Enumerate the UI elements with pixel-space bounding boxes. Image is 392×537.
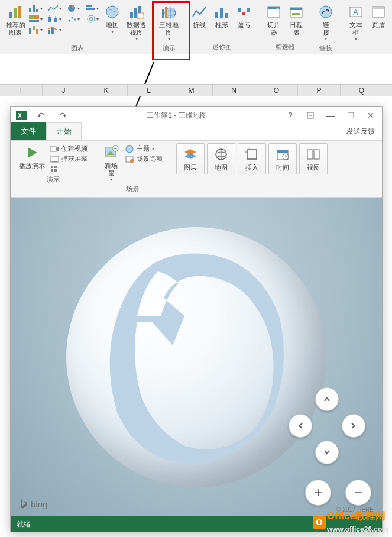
pivot-chart-icon <box>128 4 145 20</box>
pan-down-button[interactable] <box>315 441 339 464</box>
ribbon-collapse-button[interactable] <box>302 108 319 122</box>
waterfall-chart-button[interactable]: ▾ <box>27 25 44 34</box>
redo-button[interactable]: ↷ <box>54 108 72 122</box>
layers-button[interactable]: 图层 <box>176 143 205 174</box>
map-chart-button[interactable]: 地图 ▾ <box>102 2 123 35</box>
svg-rect-46 <box>292 13 300 15</box>
send-feedback-link[interactable]: 发送反馈 <box>339 123 382 140</box>
view-button[interactable]: 视图 <box>299 143 328 174</box>
line-chart-button[interactable]: ▾ <box>46 4 63 13</box>
header-footer-button[interactable]: 页眉 <box>367 2 389 30</box>
separator <box>170 145 170 183</box>
close-button[interactable]: ✕ <box>362 108 380 122</box>
capture-icon <box>50 155 59 163</box>
map-group-buttons: 图层 地图 插入 时间 视图 <box>171 143 332 195</box>
column-header[interactable]: O <box>255 85 298 96</box>
group-demos-label: 演示 <box>157 43 181 55</box>
timeline-button[interactable]: 日程表 <box>285 2 307 37</box>
zoom-out-button[interactable]: − <box>345 480 371 506</box>
map-group-demo: 播放演示 创建视频 捕获屏幕 演示 <box>13 143 93 195</box>
sparkline-line-button[interactable]: 折线 <box>188 2 210 30</box>
column-header[interactable]: Q <box>341 85 383 96</box>
map-viewport[interactable]: 太平洋 + − bing © 2017 HERE <box>11 198 382 516</box>
pivot-chart-button[interactable]: 数据透视图 ▾ <box>123 2 150 43</box>
svg-rect-63 <box>54 169 57 172</box>
create-video-button[interactable]: 创建视频 <box>50 144 88 153</box>
svg-rect-62 <box>51 169 53 172</box>
svg-point-21 <box>74 19 76 21</box>
insert-label: 插入 <box>245 164 258 172</box>
three-d-map-button[interactable]: 三维地 图 ▾ <box>157 2 181 43</box>
pan-right-button[interactable] <box>342 414 365 438</box>
view-icon <box>305 146 322 163</box>
pan-up-button[interactable] <box>315 387 339 411</box>
insert-button[interactable]: 插入 <box>238 143 266 174</box>
surface-chart-button[interactable]: ▾ <box>84 14 101 24</box>
combo-chart-button[interactable]: ▾ <box>46 25 63 34</box>
svg-rect-35 <box>165 7 167 18</box>
svg-rect-45 <box>290 8 302 10</box>
column-header[interactable]: J <box>43 85 85 96</box>
svg-rect-61 <box>54 166 57 168</box>
hierarchy-chart-button[interactable]: ▾ <box>27 14 44 24</box>
time-button[interactable]: 时间 <box>268 143 297 174</box>
pan-left-button[interactable] <box>289 414 312 438</box>
map-ribbon: 播放演示 创建视频 捕获屏幕 演示 + 新场 景 ▾ 主题 ▾ <box>11 140 382 198</box>
bar-chart-button[interactable]: ▾ <box>84 4 101 13</box>
timeline-icon <box>287 4 305 20</box>
column-header[interactable]: P <box>298 85 341 96</box>
column-chart-button[interactable]: ▾ <box>27 4 44 13</box>
column-header[interactable]: M <box>170 85 213 96</box>
svg-rect-16 <box>48 30 50 34</box>
group-charts-label: 图表 <box>5 43 150 55</box>
sparkline-winloss-button[interactable]: 盈亏 <box>233 2 255 30</box>
three-d-map-icon <box>160 4 178 20</box>
svg-rect-10 <box>33 26 35 30</box>
tab-file[interactable]: 文件 <box>11 122 46 140</box>
bing-icon <box>19 499 28 509</box>
slicer-icon <box>265 4 283 20</box>
svg-rect-8 <box>29 20 39 22</box>
map-view-button[interactable]: 地图 <box>207 143 235 174</box>
recommended-charts-button[interactable]: 推荐的 图表 <box>5 2 26 37</box>
tab-home[interactable]: 开始 <box>46 122 82 140</box>
svg-rect-22 <box>86 5 92 7</box>
bing-label: bing <box>31 499 47 509</box>
chevron-down-icon: ▾ <box>135 36 138 41</box>
new-scene-icon: + <box>102 144 120 161</box>
capture-screen-button[interactable]: 捕获屏幕 <box>50 154 88 163</box>
svg-rect-28 <box>134 8 137 18</box>
statistical-chart-button[interactable]: ▾ <box>46 14 63 24</box>
textbox-button[interactable]: A文本框▾ <box>344 2 367 43</box>
new-scene-button[interactable]: + 新场 景 ▾ <box>100 143 122 183</box>
maximize-button[interactable]: ☐ <box>342 108 359 122</box>
column-header[interactable]: L <box>128 85 170 96</box>
column-header[interactable]: N <box>213 85 255 96</box>
column-header[interactable]: K <box>85 85 128 96</box>
link-button[interactable]: 链 接▾ <box>315 2 337 43</box>
text-group-label <box>344 43 389 54</box>
undo-button[interactable]: ↶ <box>32 108 50 122</box>
minimize-button[interactable]: — <box>322 108 339 122</box>
slicer-button[interactable]: 切片器 <box>263 2 285 37</box>
svg-rect-2 <box>18 6 21 18</box>
status-bar: 就绪 <box>11 516 382 532</box>
column-header[interactable]: I <box>0 85 43 96</box>
svg-point-25 <box>89 17 93 21</box>
options-button[interactable] <box>50 164 88 173</box>
pie-chart-button[interactable]: ▾ <box>65 4 82 13</box>
scatter-chart-button[interactable]: ▾ <box>65 14 82 24</box>
svg-rect-9 <box>29 28 31 34</box>
sparkline-column-button[interactable]: 柱形 <box>210 2 233 30</box>
bing-attribution: bing <box>19 499 47 509</box>
scene-options-button[interactable]: 场景选项 <box>125 154 163 163</box>
group-filters-label: 筛选器 <box>263 41 307 54</box>
play-demo-button[interactable]: 播放演示 <box>17 143 47 174</box>
help-button[interactable]: ? <box>281 108 299 122</box>
options-icon <box>50 164 59 173</box>
zoom-controls: + − <box>305 480 371 506</box>
svg-point-47 <box>320 6 332 18</box>
zoom-in-button[interactable]: + <box>305 480 331 506</box>
themes-button[interactable]: 主题 ▾ <box>125 144 163 153</box>
map-chart-label: 地图 <box>106 21 119 29</box>
